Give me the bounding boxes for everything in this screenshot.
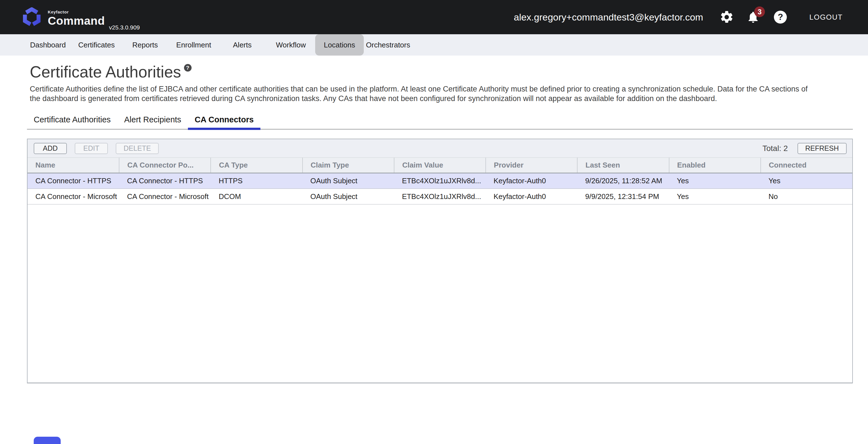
ca-connectors-panel: ADD EDIT DELETE Total: 2 REFRESH Name CA… bbox=[27, 139, 853, 383]
table-cell: 9/9/2025, 12:31:54 PM bbox=[577, 189, 669, 204]
table-cell: No bbox=[761, 189, 852, 204]
tab-alert-recipients[interactable]: Alert Recipients bbox=[117, 115, 188, 129]
edit-button[interactable]: EDIT bbox=[75, 143, 108, 154]
column-header-claim-value[interactable]: Claim Value bbox=[394, 158, 486, 173]
table-toolbar: ADD EDIT DELETE Total: 2 REFRESH bbox=[28, 139, 852, 158]
table-row-ca-connector-https[interactable]: CA Connector - HTTPS CA Connector - HTTP… bbox=[28, 173, 852, 189]
table-cell: 9/26/2025, 11:28:52 AM bbox=[577, 173, 669, 189]
column-header-ca-connector-pool[interactable]: CA Connector Po... bbox=[119, 158, 211, 173]
ca-connectors-table: Name CA Connector Po... CA Type Claim Ty… bbox=[28, 158, 852, 205]
brand-name: Keyfactor bbox=[48, 9, 105, 14]
table-cell: Keyfactor-Auth0 bbox=[486, 189, 577, 204]
table-cell: Yes bbox=[761, 173, 852, 189]
settings-gear-icon[interactable] bbox=[719, 10, 734, 25]
version-label: v25.3.0.909 bbox=[109, 24, 140, 31]
column-header-name[interactable]: Name bbox=[28, 158, 119, 173]
tab-ca-connectors[interactable]: CA Connectors bbox=[188, 115, 260, 129]
table-cell: OAuth Subject bbox=[303, 189, 394, 204]
notification-badge: 3 bbox=[754, 6, 765, 17]
nav-item-alerts[interactable]: Alerts bbox=[218, 34, 267, 56]
column-header-provider[interactable]: Provider bbox=[486, 158, 577, 173]
table-cell: HTTPS bbox=[211, 173, 302, 189]
table-cell: Yes bbox=[669, 189, 761, 204]
brand-logo[interactable]: Keyfactor Command bbox=[22, 6, 105, 27]
topbar: Keyfactor Command v25.3.0.909 alex.grego… bbox=[0, 0, 868, 34]
delete-button[interactable]: DELETE bbox=[116, 143, 159, 154]
column-header-enabled[interactable]: Enabled bbox=[669, 158, 761, 173]
table-cell: CA Connector - Microsoft bbox=[119, 189, 211, 204]
table-cell: Yes bbox=[669, 173, 761, 189]
table-cell: DCOM bbox=[211, 189, 302, 204]
page-title: Certificate Authorities ? bbox=[30, 63, 868, 81]
table-cell: OAuth Subject bbox=[303, 173, 394, 189]
brand-text: Keyfactor Command bbox=[48, 6, 105, 27]
column-header-last-seen[interactable]: Last Seen bbox=[577, 158, 669, 173]
table-row-ca-connector-microsoft[interactable]: CA Connector - Microsoft CA Connector - … bbox=[28, 189, 852, 204]
table-cell: ETBc4XOlz1uJXRlv8d... bbox=[394, 189, 486, 204]
main-content: Certificate Authorities ? Certificate Au… bbox=[0, 63, 868, 383]
add-button[interactable]: ADD bbox=[34, 143, 67, 154]
nav-item-dashboard[interactable]: Dashboard bbox=[24, 34, 72, 56]
table-header-row: Name CA Connector Po... CA Type Claim Ty… bbox=[28, 158, 852, 173]
table-cell: Keyfactor-Auth0 bbox=[486, 173, 577, 189]
nav-item-locations[interactable]: Locations bbox=[315, 34, 364, 56]
page-description: Certificate Authorities define the list … bbox=[30, 84, 813, 103]
help-icon[interactable]: ? bbox=[774, 11, 787, 24]
help-glyph: ? bbox=[778, 12, 783, 22]
user-email: alex.gregory+commandtest3@keyfactor.com bbox=[514, 12, 703, 23]
nav-item-reports[interactable]: Reports bbox=[121, 34, 169, 56]
nav-item-certificates[interactable]: Certificates bbox=[72, 34, 121, 56]
app-root: Keyfactor Command v25.3.0.909 alex.grego… bbox=[0, 0, 868, 383]
chat-widget-button[interactable] bbox=[34, 437, 61, 444]
logout-button[interactable]: LOGOUT bbox=[809, 13, 843, 22]
column-header-ca-type[interactable]: CA Type bbox=[211, 158, 302, 173]
page-title-text: Certificate Authorities bbox=[30, 63, 181, 81]
column-header-connected[interactable]: Connected bbox=[761, 158, 852, 173]
title-help-icon[interactable]: ? bbox=[184, 64, 192, 72]
product-name: Command bbox=[48, 14, 105, 27]
refresh-button[interactable]: REFRESH bbox=[798, 143, 847, 154]
main-nav: Dashboard Certificates Reports Enrollmen… bbox=[0, 34, 868, 56]
nav-item-workflow[interactable]: Workflow bbox=[267, 34, 315, 56]
notifications-bell-icon[interactable]: 3 bbox=[746, 10, 760, 24]
tab-certificate-authorities[interactable]: Certificate Authorities bbox=[27, 115, 117, 129]
table-cell: ETBc4XOlz1uJXRlv8d... bbox=[394, 173, 486, 189]
nav-item-enrollment[interactable]: Enrollment bbox=[169, 34, 218, 56]
nav-item-orchestrators[interactable]: Orchestrators bbox=[364, 34, 412, 56]
column-header-claim-type[interactable]: Claim Type bbox=[303, 158, 394, 173]
total-count: Total: 2 bbox=[763, 144, 788, 153]
table-cell: CA Connector - Microsoft bbox=[28, 189, 119, 204]
tab-bar: Certificate Authorities Alert Recipients… bbox=[27, 115, 853, 130]
keyfactor-hexagon-icon bbox=[22, 7, 41, 27]
topbar-right: alex.gregory+commandtest3@keyfactor.com … bbox=[514, 0, 843, 34]
table-cell: CA Connector - HTTPS bbox=[119, 173, 211, 189]
table-cell: CA Connector - HTTPS bbox=[28, 173, 119, 189]
